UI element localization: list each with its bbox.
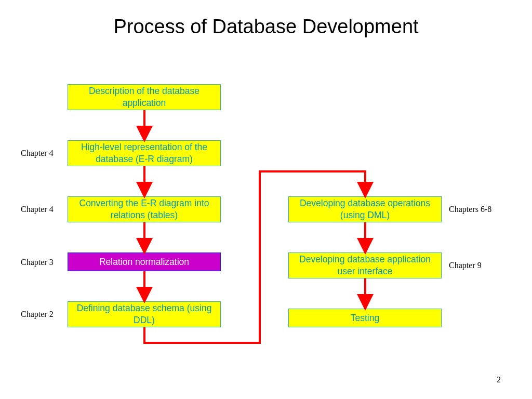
box-description: Description of the database application [68,84,221,110]
label-chapter-9: Chapter 9 [449,261,482,270]
label-chapter-4b: Chapter 4 [21,205,54,214]
box-schema: Defining database schema (using DDL) [68,301,221,327]
box-testing: Testing [288,309,442,327]
slide-title: Process of Database Development [0,16,532,38]
label-chapter-3: Chapter 3 [21,258,54,267]
box-ui: Developing database application user int… [288,252,442,278]
label-chapter-2: Chapter 2 [21,310,54,319]
box-highlevel: High-level representation of the databas… [68,140,221,166]
box-operations: Developing database operations (using DM… [288,196,442,222]
box-converting: Converting the E-R diagram into relation… [68,196,221,222]
page-number: 2 [497,375,501,384]
box-normalization: Relation normalization [68,252,221,271]
label-chapter-4a: Chapter 4 [21,149,54,158]
label-chapters-6-8: Chapters 6-8 [449,205,491,214]
